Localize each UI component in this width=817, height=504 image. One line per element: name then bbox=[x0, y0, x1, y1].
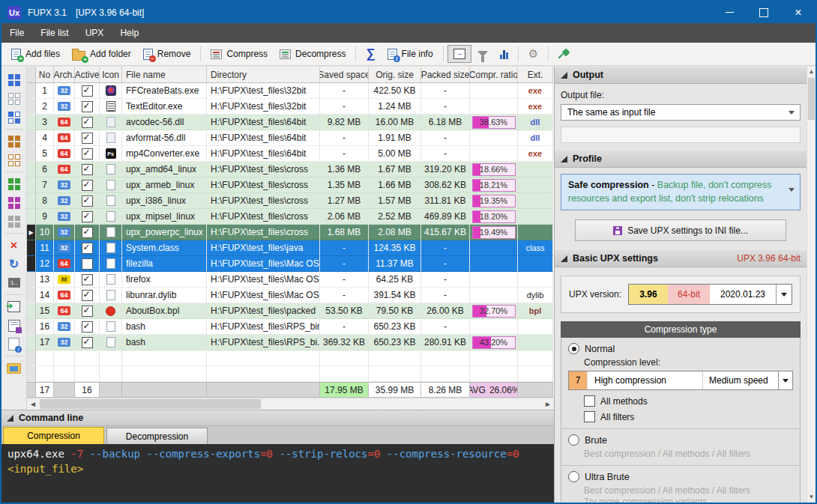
pin-button[interactable] bbox=[552, 45, 576, 64]
column-header-directory[interactable]: Directory bbox=[207, 67, 320, 83]
column-header-compr-ratio[interactable]: Compr. ratio bbox=[470, 67, 518, 83]
scroll-left-icon[interactable]: ◄ bbox=[27, 398, 39, 410]
renumber-button[interactable]: 1.. bbox=[4, 273, 24, 292]
scrollbar-thumb[interactable] bbox=[808, 78, 815, 120]
open-folder-button[interactable] bbox=[4, 359, 24, 377]
table-row[interactable]: 832upx_i386_linuxH:\FUPX\test_files\cros… bbox=[27, 193, 554, 209]
table-row[interactable]: 1032upx_powerpc_linuxH:\FUPX\test_files\… bbox=[27, 225, 554, 240]
scroll-right-icon[interactable]: ► bbox=[542, 398, 554, 410]
radio-brute[interactable]: Brute bbox=[568, 434, 793, 446]
radio-normal[interactable]: Normal bbox=[568, 343, 793, 354]
minimize-button[interactable] bbox=[712, 1, 747, 23]
table-row[interactable]: 1632bashH:\FUPX\test_files\RPS_bin-650.2… bbox=[27, 319, 554, 335]
command-line-header[interactable]: Command line bbox=[1, 410, 554, 426]
tab-decompression[interactable]: Decompression bbox=[106, 428, 208, 444]
active-checkbox[interactable] bbox=[82, 321, 93, 333]
table-row[interactable]: 232TextEditor.exeH:\FUPX\test_files\32bi… bbox=[27, 99, 554, 115]
remove-button[interactable]: − Remove bbox=[137, 45, 197, 64]
profile-section-header[interactable]: Profile bbox=[555, 151, 807, 168]
tab-compression[interactable]: Compression bbox=[3, 427, 104, 444]
column-header-no[interactable]: No bbox=[36, 67, 54, 83]
delete-button[interactable]: × bbox=[4, 236, 24, 255]
column-header-icon[interactable]: Icon bbox=[100, 67, 122, 83]
active-checkbox[interactable] bbox=[82, 290, 93, 301]
active-checkbox[interactable] bbox=[82, 133, 93, 144]
select-group-outline-orange-button[interactable] bbox=[4, 151, 24, 169]
compression-level-dropdown[interactable]: 7 High compression Medium speed bbox=[568, 371, 793, 390]
sum-button[interactable]: ∑ bbox=[360, 43, 381, 65]
table-row[interactable]: 1264filezillaH:\FUPX\test_files\Mac OS-1… bbox=[27, 256, 554, 272]
basic-settings-header[interactable]: Basic UPX settings UPX 3.96 64-bit bbox=[555, 250, 807, 267]
column-header-ext-[interactable]: Ext. bbox=[518, 67, 553, 83]
table-row[interactable]: 932upx_mipsel_linuxH:\FUPX\test_files\cr… bbox=[27, 209, 554, 225]
table-row[interactable]: 1464libunrar.dylibH:\FUPX\test_files\Mac… bbox=[27, 288, 554, 303]
column-header-active[interactable]: Active bbox=[75, 67, 100, 83]
column-header-orig-size[interactable]: Orig. size bbox=[369, 67, 421, 83]
table-row[interactable]: 464avformat-56.dllH:\FUPX\test_files\64b… bbox=[27, 130, 554, 146]
output-section-header[interactable]: Output bbox=[555, 67, 807, 84]
profile-dropdown[interactable]: Safe compression - Backup file, don't co… bbox=[561, 174, 801, 210]
scroll-down-icon[interactable]: ▼ bbox=[807, 492, 816, 503]
column-header-arch-[interactable]: Arch. bbox=[54, 67, 75, 83]
auto-column-width-button[interactable]: → bbox=[447, 45, 471, 63]
upx-version-dropdown[interactable]: 3.96 64-bit 2020.01.23 bbox=[628, 284, 792, 305]
active-checkbox[interactable] bbox=[82, 195, 93, 207]
scrollbar-thumb[interactable] bbox=[40, 399, 261, 409]
table-row[interactable]: 1564AboutBox.bplH:\FUPX\test_files\packe… bbox=[27, 303, 554, 319]
invert-checks-button[interactable] bbox=[4, 108, 24, 127]
all-filters-checkbox[interactable]: All filters bbox=[584, 411, 793, 422]
table-row[interactable]: 564Psmp4Converter.exeH:\FUPX\test_files\… bbox=[27, 146, 554, 162]
table-row[interactable]: 1732bashH:\FUPX\test_files\RPS_bi...369.… bbox=[27, 335, 554, 350]
table-row[interactable]: 1132System.classH:\FUPX\test_files\java-… bbox=[27, 240, 554, 256]
select-purple-button[interactable] bbox=[4, 193, 24, 212]
output-file-dropdown[interactable]: The same as input file bbox=[561, 104, 801, 121]
output-path-input[interactable] bbox=[561, 127, 801, 143]
select-gray-button[interactable] bbox=[4, 212, 24, 231]
statistics-button[interactable] bbox=[494, 46, 514, 63]
menu-file[interactable]: File bbox=[1, 23, 32, 43]
active-checkbox[interactable] bbox=[82, 164, 93, 175]
settings-button[interactable]: ⚙ bbox=[522, 43, 544, 64]
active-checkbox[interactable] bbox=[82, 85, 93, 97]
select-packed-green-button[interactable] bbox=[4, 174, 24, 193]
scroll-up-icon[interactable]: ▲ bbox=[807, 67, 816, 77]
add-files-button[interactable]: + Add files bbox=[5, 45, 66, 64]
column-header-packed-size[interactable]: Packed size bbox=[421, 67, 470, 83]
check-all-button[interactable] bbox=[4, 70, 24, 89]
add-folder-button[interactable]: + Add folder bbox=[66, 44, 137, 64]
compress-button[interactable]: Compress bbox=[205, 45, 274, 63]
import-list-button[interactable] bbox=[4, 297, 24, 316]
decompress-button[interactable]: Decompress bbox=[274, 45, 352, 63]
active-checkbox[interactable] bbox=[82, 274, 93, 285]
export-list-button[interactable] bbox=[4, 316, 24, 335]
menu-upx[interactable]: UPX bbox=[77, 23, 112, 43]
vertical-scrollbar[interactable]: ▲ ▼ bbox=[807, 67, 816, 503]
column-header-file-name[interactable]: File name bbox=[122, 67, 207, 83]
active-checkbox[interactable] bbox=[82, 117, 93, 128]
active-checkbox[interactable] bbox=[82, 148, 93, 160]
active-checkbox[interactable] bbox=[82, 337, 93, 348]
menu-file-list[interactable]: File list bbox=[32, 23, 76, 43]
select-group-filled-orange-button[interactable] bbox=[4, 132, 24, 151]
menu-help[interactable]: Help bbox=[112, 23, 147, 43]
filter-button[interactable] bbox=[471, 47, 494, 61]
refresh-button[interactable]: ↻ bbox=[4, 255, 24, 273]
table-row[interactable]: 664upx_amd64_linuxH:\FUPX\test_files\cro… bbox=[27, 162, 554, 177]
table-row[interactable]: 132FFCreateBats.exeH:\FUPX\test_files\32… bbox=[27, 83, 554, 99]
active-checkbox[interactable] bbox=[82, 227, 93, 238]
close-button[interactable]: × bbox=[781, 1, 816, 23]
table-row[interactable]: 732upx_armeb_linuxH:\FUPX\test_files\cro… bbox=[27, 177, 554, 193]
active-checkbox[interactable] bbox=[82, 211, 93, 222]
horizontal-scrollbar[interactable]: ◄ ► bbox=[27, 398, 554, 410]
file-info-button[interactable]: i File info bbox=[382, 45, 439, 64]
active-checkbox[interactable] bbox=[82, 306, 93, 317]
active-checkbox[interactable] bbox=[82, 258, 93, 270]
column-header-saved-space[interactable]: Saved space bbox=[320, 67, 369, 83]
save-ini-button[interactable]: Save UPX settings to INI file... bbox=[575, 219, 786, 241]
radio-ultra-brute[interactable]: Ultra Brute bbox=[568, 471, 793, 482]
table-row[interactable]: 364avcodec-56.dllH:\FUPX\test_files\64bi… bbox=[27, 115, 554, 130]
maximize-button[interactable] bbox=[747, 1, 781, 23]
table-row[interactable]: 13MfirefoxH:\FUPX\test_files\Mac OS-64.2… bbox=[27, 272, 554, 288]
file-info-button[interactable] bbox=[4, 335, 24, 353]
active-checkbox[interactable] bbox=[82, 101, 93, 112]
